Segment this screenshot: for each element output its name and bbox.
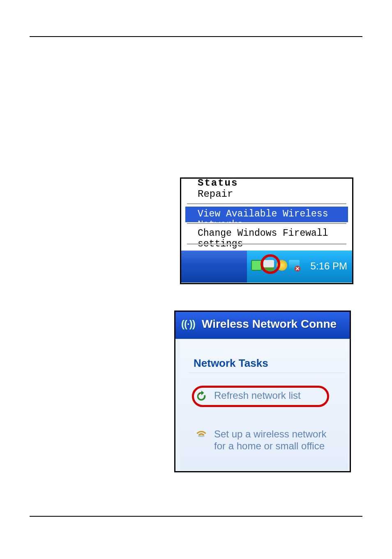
annotation-ellipse — [192, 386, 329, 407]
wireless-setup-icon — [194, 423, 208, 435]
tray-menu-screenshot: Status Repair View Available Wireless Ne… — [180, 177, 353, 284]
top-rule — [30, 36, 362, 37]
menu-item-label: View Available Wireless Networks — [198, 209, 348, 230]
antenna-icon: ((·)) — [181, 318, 195, 330]
arrow-up-icon[interactable] — [251, 260, 262, 271]
menu-separator — [187, 244, 346, 245]
task-setup-wireless[interactable]: Set up a wireless network for a home or … — [194, 428, 334, 452]
window-title: Wireless Network Conne — [202, 317, 337, 331]
wireless-window-screenshot: ((·)) Wireless Network Conne Network Tas… — [174, 311, 351, 472]
menu-item-change-firewall[interactable]: Change Windows Firewall settings — [198, 228, 352, 249]
bottom-rule — [30, 516, 362, 517]
context-menu: Status Repair View Available Wireless Ne… — [181, 179, 352, 247]
task-label: Set up a wireless network for a home or … — [214, 428, 329, 452]
section-heading: Network Tasks — [194, 357, 268, 370]
svg-point-0 — [198, 435, 205, 437]
task-panel: Network Tasks Refresh network list Set u… — [180, 340, 348, 470]
annotation-circle — [261, 254, 280, 274]
close-overlay-icon — [295, 266, 300, 271]
menu-item-repair[interactable]: Repair — [198, 189, 233, 200]
tray-clock: 5:16 PM — [311, 260, 347, 272]
menu-separator — [187, 203, 346, 205]
menu-item-view-available[interactable]: View Available Wireless Networks — [185, 207, 348, 222]
titlebar: ((·)) Wireless Network Conne — [175, 312, 350, 339]
menu-separator — [187, 223, 346, 224]
divider — [189, 373, 345, 373]
menu-item-status[interactable]: Status — [198, 177, 238, 189]
